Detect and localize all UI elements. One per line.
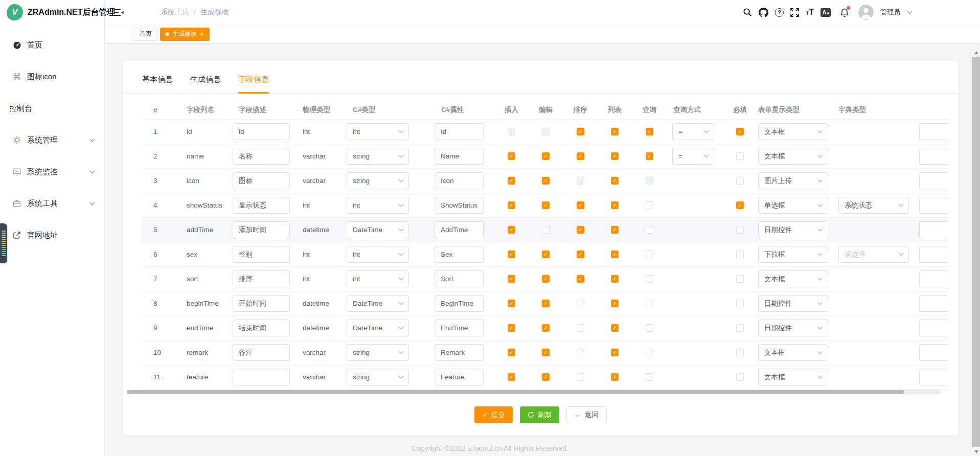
list-checkbox-checked[interactable] [611, 275, 619, 283]
edit-checkbox-unchecked[interactable] [542, 226, 550, 234]
edit-checkbox-checked[interactable] [542, 275, 550, 283]
description-input[interactable] [233, 369, 290, 385]
extra-input[interactable] [919, 221, 947, 238]
extra-input[interactable] [919, 148, 947, 165]
sort-checkbox-checked[interactable] [577, 226, 584, 234]
description-input[interactable] [233, 148, 290, 165]
tag-home[interactable]: 首页 [134, 28, 157, 41]
required-checkbox-unchecked[interactable] [736, 373, 744, 381]
list-checkbox-checked[interactable] [611, 177, 619, 185]
csharp-property-input[interactable] [435, 369, 484, 385]
list-checkbox-checked[interactable] [611, 349, 619, 356]
tab-field-info[interactable]: 字段信息 [238, 75, 269, 93]
list-checkbox-checked[interactable] [611, 226, 619, 234]
extra-input[interactable] [919, 295, 947, 312]
description-input[interactable] [233, 344, 290, 361]
sort-checkbox-checked[interactable] [577, 128, 584, 135]
list-checkbox-checked[interactable] [611, 324, 619, 332]
display-type-select[interactable]: 下拉框 [758, 246, 828, 263]
csharp-type-select[interactable]: string [347, 148, 409, 165]
extra-input[interactable] [919, 246, 947, 263]
github-icon[interactable] [759, 6, 768, 18]
sort-checkbox-checked[interactable] [577, 250, 584, 258]
required-checkbox-unchecked[interactable] [736, 324, 744, 332]
display-type-select[interactable]: 文本框 [758, 148, 828, 165]
csharp-type-select[interactable]: string [347, 172, 409, 189]
csharp-property-input[interactable] [435, 246, 484, 263]
sidebar-item-home[interactable]: 首页 [0, 29, 104, 61]
display-type-select[interactable]: 图片上传 [758, 172, 828, 189]
insert-checkbox-checked[interactable] [508, 177, 515, 185]
list-checkbox-checked[interactable] [611, 152, 619, 160]
csharp-type-select[interactable]: DateTime [347, 320, 409, 336]
tag-generate-edit[interactable]: 生成修改 × [160, 28, 210, 41]
query-checkbox-unchecked[interactable] [646, 349, 653, 356]
sort-checkbox-checked[interactable] [577, 201, 584, 209]
sidebar-item-console[interactable]: 控制台 [0, 93, 104, 124]
query-checkbox-unchecked[interactable] [646, 201, 653, 209]
list-checkbox-checked[interactable] [611, 373, 619, 381]
query-checkbox-unchecked[interactable] [646, 275, 653, 283]
required-checkbox-checked[interactable] [736, 128, 744, 135]
back-button[interactable]: ← 返回 [566, 406, 607, 423]
display-type-select[interactable]: 文本框 [758, 123, 828, 140]
edit-checkbox-checked[interactable] [542, 373, 550, 381]
user-menu-chevron-icon[interactable] [907, 6, 913, 18]
list-checkbox-checked[interactable] [611, 201, 619, 209]
sidebar-item-system-manage[interactable]: 系统管理 [0, 124, 104, 156]
csharp-property-input[interactable] [435, 320, 484, 336]
refresh-button[interactable]: 刷新 [520, 406, 559, 423]
list-checkbox-checked[interactable] [611, 128, 619, 135]
sort-checkbox-unchecked[interactable] [577, 324, 584, 332]
query-checkbox-checked[interactable] [646, 152, 653, 160]
extra-input[interactable] [919, 344, 947, 361]
scroll-up-arrow[interactable] [974, 51, 978, 54]
csharp-property-input[interactable] [435, 172, 484, 189]
required-checkbox-unchecked[interactable] [736, 177, 744, 185]
list-checkbox-checked[interactable] [611, 250, 619, 258]
query-mode-select[interactable]: = [672, 123, 714, 140]
query-checkbox-unchecked[interactable] [646, 373, 653, 381]
insert-checkbox-checked[interactable] [508, 349, 515, 356]
sort-checkbox-checked[interactable] [577, 152, 584, 160]
extra-input[interactable] [919, 270, 947, 287]
tag-close-icon[interactable]: × [200, 31, 204, 37]
sidebar-collapse-icon[interactable] [114, 9, 124, 16]
insert-checkbox-checked[interactable] [508, 152, 515, 160]
breadcrumb-item[interactable]: 系统工具 [161, 8, 189, 17]
extra-input[interactable] [919, 172, 947, 189]
csharp-type-select[interactable]: int [347, 123, 409, 140]
query-checkbox-unchecked[interactable] [646, 226, 653, 234]
edit-checkbox-checked[interactable] [542, 349, 550, 356]
csharp-type-select[interactable]: int [347, 270, 409, 287]
csharp-type-select[interactable]: DateTime [347, 295, 409, 312]
dict-type-select[interactable]: 系统状态 [838, 197, 909, 214]
insert-checkbox-checked[interactable] [508, 201, 515, 209]
extra-input[interactable] [919, 197, 947, 214]
insert-checkbox-checked[interactable] [508, 226, 515, 234]
display-type-select[interactable]: 文本框 [758, 344, 828, 361]
edit-checkbox-checked[interactable] [542, 324, 550, 332]
tab-generate-info[interactable]: 生成信息 [190, 75, 221, 93]
csharp-type-select[interactable]: string [347, 344, 409, 361]
display-type-select[interactable]: 文本框 [758, 369, 828, 385]
insert-checkbox-checked[interactable] [508, 373, 515, 381]
scroll-down-arrow[interactable] [974, 450, 978, 453]
query-checkbox-unchecked[interactable] [646, 250, 653, 258]
csharp-property-input[interactable] [435, 148, 484, 165]
insert-checkbox-checked[interactable] [508, 324, 515, 332]
csharp-property-input[interactable] [435, 270, 484, 287]
fullscreen-icon[interactable] [790, 6, 799, 18]
help-icon[interactable]: ? [775, 6, 784, 18]
query-checkbox-checked[interactable] [646, 128, 653, 135]
sidebar-item-icons[interactable]: ⌘ 图标icon [0, 61, 104, 93]
sort-checkbox-unchecked[interactable] [577, 349, 584, 356]
description-input[interactable] [233, 320, 290, 336]
required-checkbox-unchecked[interactable] [736, 349, 744, 356]
sidebar-item-system-tools[interactable]: 系统工具 [0, 188, 104, 219]
edit-checkbox-checked[interactable] [542, 300, 550, 307]
display-type-select[interactable]: 日期控件 [758, 295, 828, 312]
notification-bell-icon[interactable] [840, 6, 849, 18]
csharp-type-select[interactable]: int [347, 197, 409, 214]
edit-checkbox-checked[interactable] [542, 250, 550, 258]
